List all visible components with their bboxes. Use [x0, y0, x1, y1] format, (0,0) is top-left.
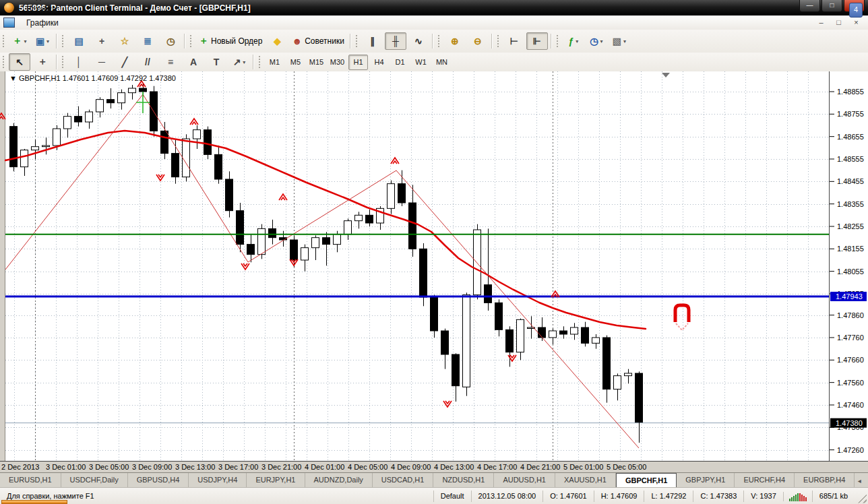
cursor-tool[interactable]: ↖	[9, 53, 30, 71]
dropdown-arrow-icon: ▾	[46, 38, 49, 44]
chart-tab-gbpjpy[interactable]: GBPJPY,H1	[677, 473, 735, 488]
strategy-tester-icon: ◷	[166, 36, 175, 46]
navigator-button[interactable]: ☆	[114, 32, 135, 50]
svg-text:3 Dec 17:00: 3 Dec 17:00	[218, 463, 258, 471]
timeframe-m5[interactable]: M5	[286, 55, 305, 70]
bar-chart-button[interactable]: ∥	[362, 32, 383, 50]
label-tool[interactable]: T	[206, 53, 227, 71]
chart-tab-usdjpy[interactable]: USDJPY,H4	[189, 473, 247, 488]
chart-tab-nzdusd[interactable]: NZDUSD,H1	[433, 473, 494, 488]
horizontal-line-tool[interactable]: ─	[91, 53, 113, 71]
timeframe-m1[interactable]: M1	[265, 55, 284, 70]
svg-text:3 Dec 01:00: 3 Dec 01:00	[46, 463, 86, 471]
templates-icon: ▧	[613, 36, 621, 46]
resize-grip[interactable]	[857, 494, 867, 503]
timeframe-h4[interactable]: H4	[369, 55, 389, 70]
svg-text:4 Dec 09:00: 4 Dec 09:00	[391, 463, 431, 471]
toolbar-grip	[355, 34, 359, 48]
zoom-out-button[interactable]: ⊖	[467, 32, 489, 50]
chart-shift-button[interactable]: ⊩	[526, 32, 548, 50]
expert-advisors-button[interactable]: ☻Советники	[289, 32, 346, 50]
mdi-close-button[interactable]: ×	[848, 17, 864, 29]
tab-scroll-left-icon[interactable]: ◂	[855, 477, 864, 484]
data-window-icon: +	[99, 36, 104, 46]
timeframe-d1[interactable]: D1	[390, 55, 410, 70]
title-bar[interactable]: 565896: Panteon Client Terminal - Демо С…	[0, 0, 868, 15]
metaeditor-icon: ◆	[274, 36, 281, 46]
market-watch-button[interactable]: ▤	[68, 32, 90, 50]
new-chart-button[interactable]: ＋▾	[9, 32, 30, 50]
chart-tab-eurgbp[interactable]: EURGBP,H4	[795, 473, 855, 488]
status-profile[interactable]: Default	[433, 491, 471, 502]
chart-symbol-label[interactable]: ▼ GBPCHF,H1 1.47601 1.47609 1.47292 1.47…	[9, 74, 176, 82]
chart-tab-eurusd[interactable]: EURUSD,H1	[0, 473, 61, 488]
svg-text:1.48455: 1.48455	[837, 177, 864, 185]
templates-button[interactable]: ▧▾	[609, 32, 630, 50]
chart-tab-audusd[interactable]: AUDUSD,H1	[494, 473, 555, 488]
fibonacci-tool[interactable]: ≡	[160, 53, 181, 71]
chart-canvas[interactable]: 1.488551.487551.486551.485551.484551.483…	[0, 71, 868, 472]
timeframe-h1[interactable]: H1	[348, 55, 368, 70]
chart-window[interactable]: 1.488551.487551.486551.485551.484551.483…	[0, 71, 868, 472]
menu-item-вставка[interactable]: Вставка	[20, 3, 65, 16]
timeframe-w1[interactable]: W1	[411, 55, 431, 70]
toolbar-separator	[56, 55, 57, 69]
timeframe-m30[interactable]: M30	[328, 55, 347, 70]
chart-tab-gbpusd[interactable]: GBPUSD,H4	[128, 473, 189, 488]
mdi-minimize-button[interactable]: –	[813, 17, 829, 29]
timeframe-m15[interactable]: M15	[307, 55, 326, 70]
chart-tab-gbpchf[interactable]: GBPCHF,H1	[616, 473, 677, 488]
chart-tab-audnzd[interactable]: AUDNZD,Daily	[305, 473, 373, 488]
arrows-icon: ↗	[233, 57, 241, 67]
trendline-tool[interactable]: ╱	[114, 53, 135, 71]
auto-scroll-button[interactable]: ⊢	[503, 32, 525, 50]
toolbar-separator	[253, 55, 254, 69]
data-window-button[interactable]: +	[91, 32, 113, 50]
crosshair-tool[interactable]: ＋	[32, 53, 53, 71]
vertical-line-tool[interactable]: │	[68, 53, 90, 71]
chart-tab-usdchf[interactable]: USDCHF,Daily	[61, 473, 128, 488]
mdi-restore-button[interactable]: □	[831, 17, 846, 29]
status-low: L: 1.47292	[644, 491, 693, 502]
indicators-button[interactable]: ƒ▾	[563, 32, 584, 50]
profiles-button[interactable]: ▣▾	[32, 32, 53, 50]
navigator-icon: ☆	[121, 36, 129, 46]
new-order-button[interactable]: ＋Новый Ордер	[196, 32, 265, 50]
timeframe-mn[interactable]: MN	[432, 55, 452, 70]
chart-tab-eurchf[interactable]: EURCHF,H4	[735, 473, 795, 488]
periods-button[interactable]: ◷▾	[586, 32, 607, 50]
svg-text:4 Dec 01:00: 4 Dec 01:00	[305, 463, 344, 471]
svg-text:5 Dec 05:00: 5 Dec 05:00	[607, 463, 646, 471]
terminal-icon: ≣	[144, 36, 152, 46]
metaeditor-button[interactable]: ◆	[266, 32, 288, 50]
arrows-tool[interactable]: ↗▾	[228, 53, 250, 71]
zoom-in-button[interactable]: ⊕	[444, 32, 466, 50]
terminal-button[interactable]: ≣	[137, 32, 158, 50]
menu-item-графики[interactable]: Графики	[20, 16, 65, 30]
notifications-badge[interactable]: 4	[849, 3, 863, 18]
application-window: 565896: Panteon Client Terminal - Демо С…	[0, 0, 868, 504]
channel-tool[interactable]: //	[137, 53, 158, 71]
horizontal-line-icon: ─	[98, 57, 105, 67]
line-price-label: 1.47943	[830, 292, 867, 301]
zoom-in-icon: ⊕	[451, 36, 459, 46]
expert-advisors-icon: ☻	[292, 36, 302, 46]
chart-tab-eurjpy[interactable]: EURJPY,H1	[247, 473, 305, 488]
toolbar-grip	[189, 34, 193, 48]
svg-text:4 Dec 17:00: 4 Dec 17:00	[477, 463, 517, 471]
svg-text:1.48855: 1.48855	[837, 88, 864, 96]
line-chart-button[interactable]: ∿	[408, 32, 429, 50]
mdi-child-controls: –□×	[813, 17, 864, 29]
text-tool[interactable]: A	[183, 53, 204, 71]
dropdown-arrow-icon: ▾	[600, 38, 602, 44]
candlestick-chart-button[interactable]: ╫	[385, 32, 406, 50]
strategy-tester-button[interactable]: ◷	[160, 32, 181, 50]
svg-text:1.47460: 1.47460	[837, 401, 864, 409]
restore-button[interactable]: □	[822, 0, 842, 12]
connection-signal-icon	[783, 492, 812, 501]
chart-tab-usdcad[interactable]: USDCAD,H1	[373, 473, 434, 488]
minimize-button[interactable]: —	[799, 0, 820, 12]
time-axis[interactable]: 2 Dec 20133 Dec 01:003 Dec 05:003 Dec 09…	[1, 463, 646, 471]
chart-tab-xauusd[interactable]: XAUUSD,H1	[555, 473, 616, 488]
svg-text:1.47260: 1.47260	[837, 446, 864, 454]
